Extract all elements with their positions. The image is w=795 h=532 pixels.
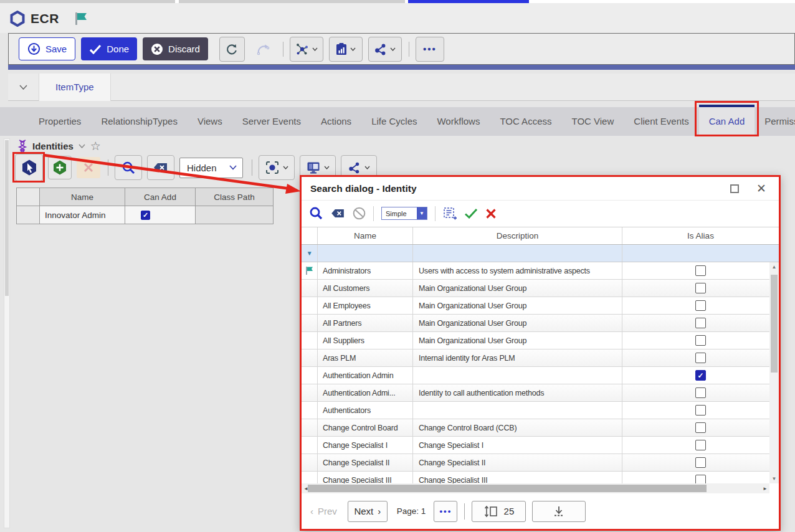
description-cell[interactable] [413, 367, 622, 384]
column-header[interactable]: Name [40, 188, 125, 206]
is-alias-checkbox[interactable] [695, 440, 706, 450]
row-handle[interactable] [302, 367, 318, 384]
dialog-grid-row[interactable]: All EmployeesMain Organizational User Gr… [302, 297, 779, 315]
page-size-button[interactable]: 25 [472, 501, 526, 522]
is-alias-cell[interactable] [622, 262, 779, 279]
selection-list-icon[interactable] [443, 207, 457, 221]
is-alias-cell[interactable] [622, 315, 779, 331]
row-handle[interactable] [302, 472, 318, 483]
is-alias-cell[interactable] [622, 419, 779, 436]
row-handle[interactable] [302, 419, 318, 436]
is-alias-cell[interactable] [622, 402, 779, 419]
done-button[interactable]: Done [81, 37, 137, 60]
row-handle[interactable] [302, 349, 318, 366]
column-header[interactable]: Class Path [196, 188, 274, 206]
table-row[interactable]: Innovator Admin✓ [17, 206, 274, 224]
filter-cell[interactable] [413, 245, 622, 262]
is-alias-cell[interactable] [622, 454, 779, 471]
name-cell[interactable]: Aras PLM [318, 349, 413, 366]
description-cell[interactable]: Identity to call authentication methods [413, 384, 622, 401]
description-cell[interactable]: Change Specialist II [413, 454, 622, 471]
dialog-grid-row[interactable]: All PartnersMain Organizational User Gro… [302, 315, 779, 332]
tab-properties[interactable]: Properties [29, 107, 91, 136]
name-cell[interactable]: Authentication Admin [318, 367, 413, 384]
name-cell[interactable]: Change Specialist I [318, 437, 413, 454]
dialog-grid-row[interactable]: Change Specialist IIChange Specialist II [302, 454, 779, 472]
dialog-grid-row[interactable]: Authentication Admin✓ [302, 367, 779, 384]
run-search-icon[interactable] [309, 206, 323, 221]
tab-client-events[interactable]: Client Events [624, 107, 698, 136]
row-handle[interactable] [302, 454, 318, 471]
dialog-grid-row[interactable]: Change Specialist IChange Specialist I [302, 437, 779, 454]
name-cell[interactable]: Change Specialist II [318, 454, 413, 471]
dialog-grid-row[interactable]: All SuppliersMain Organizational User Gr… [302, 332, 779, 349]
description-cell[interactable]: Main Organizational User Group [413, 297, 622, 314]
column-header[interactable]: Can Add [125, 188, 196, 206]
name-cell[interactable]: Authentication Admi... [318, 384, 413, 401]
favorite-star-icon[interactable]: ☆ [90, 139, 101, 153]
tab-permissions[interactable]: Permissions [755, 107, 795, 136]
filter-dropdown-icon[interactable]: ▼ [307, 250, 313, 257]
add-new-button[interactable] [48, 156, 72, 179]
name-cell[interactable]: Change Control Board [318, 419, 413, 436]
chevron-down-icon[interactable] [19, 85, 27, 90]
dialog-grid-row[interactable]: Authenticators [302, 402, 779, 419]
is-alias-cell[interactable] [622, 332, 779, 349]
description-cell[interactable]: Change Control Board (CCB) [413, 419, 622, 436]
dialog-grid-row[interactable]: Change Specialist IIIChange Specialist I… [302, 472, 779, 483]
row-handle[interactable] [17, 206, 40, 224]
dialog-grid-row[interactable]: Aras PLMInternal identity for Aras PLM [302, 349, 779, 367]
grid-filter-row[interactable]: ▼ [302, 245, 779, 262]
description-cell[interactable]: Main Organizational User Group [413, 315, 622, 331]
search-mode-select[interactable]: Simple ▼ [381, 207, 427, 220]
can-add-checkbox[interactable]: ✓ [141, 211, 150, 220]
name-cell[interactable]: Innovator Admin [40, 206, 125, 224]
tab-server-events[interactable]: Server Events [232, 107, 311, 136]
description-cell[interactable]: Users with access to system administrati… [413, 262, 622, 279]
row-handle[interactable] [302, 437, 318, 454]
description-cell[interactable] [413, 402, 622, 419]
is-alias-cell[interactable] [622, 297, 779, 314]
row-handle[interactable] [302, 315, 318, 331]
focus-view-button[interactable] [259, 155, 295, 180]
dialog-grid-row[interactable]: AdministratorsUsers with access to syste… [302, 262, 779, 280]
column-header[interactable]: Description [413, 227, 622, 244]
scroll-right-icon[interactable]: ► [761, 486, 769, 492]
scrollbar-thumb[interactable] [771, 275, 778, 373]
name-cell[interactable]: All Suppliers [318, 332, 413, 349]
confirm-icon[interactable] [464, 208, 478, 219]
is-alias-cell[interactable] [622, 437, 779, 454]
is-alias-checkbox[interactable] [695, 387, 706, 398]
tab-life-cycles[interactable]: Life Cycles [361, 107, 427, 136]
is-alias-checkbox[interactable] [695, 335, 706, 346]
tab-toc-access[interactable]: TOC Access [490, 107, 561, 136]
hidden-filter-select[interactable]: Hidden [179, 158, 243, 178]
column-header[interactable]: Is Alias [622, 227, 779, 244]
is-alias-checkbox[interactable]: ✓ [695, 370, 706, 381]
name-cell[interactable]: All Partners [318, 315, 413, 331]
is-alias-cell[interactable] [622, 349, 779, 366]
more-actions-button[interactable]: ••• [416, 37, 444, 62]
share-menu-button[interactable] [368, 37, 402, 62]
close-icon[interactable]: ✕ [756, 183, 766, 194]
dialog-grid-row[interactable]: Change Control BoardChange Control Board… [302, 419, 779, 437]
is-alias-checkbox[interactable] [695, 318, 706, 328]
is-alias-cell[interactable] [622, 280, 779, 297]
clear-search-button[interactable] [147, 155, 174, 180]
maximize-icon[interactable] [730, 184, 739, 193]
tab-toc-view[interactable]: TOC View [561, 107, 624, 136]
description-cell[interactable]: Internal identity for Aras PLM [413, 349, 622, 366]
cancel-icon[interactable] [485, 208, 497, 219]
pick-related-button[interactable] [15, 154, 43, 181]
filter-cell[interactable] [318, 245, 413, 262]
tab-relationshiptypes[interactable]: RelationshipTypes [91, 107, 188, 136]
dialog-grid-row[interactable]: All CustomersMain Organizational User Gr… [302, 280, 779, 297]
workflow-menu-button[interactable] [290, 37, 323, 62]
pane-scrollbar[interactable] [4, 138, 10, 528]
chevron-down-icon[interactable] [79, 144, 85, 148]
scrollbar-thumb[interactable] [308, 485, 707, 492]
row-handle[interactable] [302, 402, 318, 419]
filter-cell[interactable] [622, 245, 779, 262]
scroll-down-icon[interactable]: ▼ [769, 474, 779, 483]
row-handle[interactable] [302, 280, 318, 297]
